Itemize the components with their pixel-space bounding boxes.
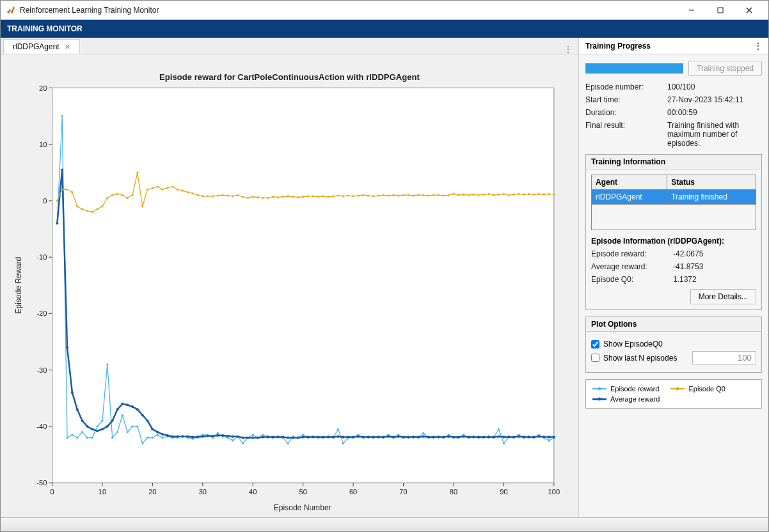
svg-text:90: 90: [500, 488, 507, 496]
progress-row: Training stopped: [585, 61, 762, 76]
svg-point-225: [452, 436, 455, 439]
plot-options-title: Plot Options: [586, 317, 761, 332]
svg-text:Episode Reward: Episode Reward: [14, 257, 23, 314]
svg-text:50: 50: [299, 488, 307, 496]
training-stopped-button[interactable]: Training stopped: [688, 61, 762, 76]
tab-close-icon[interactable]: ✕: [65, 43, 70, 51]
minimize-button[interactable]: [677, 1, 706, 20]
show-last-n-row[interactable]: Show last N episodes: [591, 351, 756, 364]
svg-point-290: [277, 196, 279, 198]
svg-point-286: [257, 196, 258, 198]
tab-agent[interactable]: rlDDPGAgent ✕: [3, 39, 80, 54]
window-titlebar: Reinforcement Learning Training Monitor: [1, 1, 768, 20]
svg-text:10: 10: [39, 141, 47, 148]
svg-point-291: [282, 196, 284, 198]
table-header-status[interactable]: Status: [667, 175, 756, 190]
svg-point-175: [202, 435, 204, 438]
show-q0-row[interactable]: Show EpisodeQ0: [591, 340, 756, 348]
svg-point-284: [247, 197, 249, 199]
svg-point-171: [181, 435, 184, 438]
tab-label: rlDDPGAgent: [13, 42, 59, 51]
svg-point-238: [518, 435, 520, 438]
svg-point-67: [161, 437, 163, 439]
show-last-n-checkbox[interactable]: [591, 354, 599, 362]
close-button[interactable]: [734, 1, 763, 20]
svg-point-165: [151, 428, 154, 430]
tab-menu-icon[interactable]: ⋮: [558, 45, 578, 54]
svg-point-230: [477, 436, 480, 439]
svg-point-274: [196, 194, 198, 196]
svg-point-331: [482, 194, 484, 196]
average-reward-label: Average reward:: [591, 262, 668, 271]
svg-point-328: [468, 194, 470, 196]
svg-point-208: [367, 436, 370, 439]
svg-point-63: [141, 442, 143, 444]
more-details-button[interactable]: More Details...: [690, 289, 756, 304]
svg-point-177: [211, 435, 214, 437]
svg-point-163: [141, 414, 144, 416]
svg-point-62: [136, 425, 138, 427]
svg-point-55: [101, 419, 103, 421]
svg-point-60: [127, 431, 129, 433]
svg-point-336: [508, 194, 510, 196]
svg-point-249: [71, 191, 73, 193]
start-time-label: Start time:: [585, 95, 662, 104]
svg-point-228: [467, 436, 470, 439]
svg-point-269: [171, 185, 173, 187]
svg-point-273: [192, 192, 194, 194]
ribbon-tab-label[interactable]: TRAINING MONITOR: [7, 24, 83, 33]
svg-point-296: [307, 195, 309, 197]
svg-point-219: [422, 435, 425, 438]
show-q0-checkbox[interactable]: [591, 340, 599, 348]
svg-point-338: [518, 193, 519, 195]
left-pane: rlDDPGAgent ✕ ⋮ Episode reward for CartP…: [1, 38, 579, 517]
last-n-input[interactable]: [692, 351, 756, 364]
svg-point-288: [267, 197, 269, 199]
svg-point-263: [141, 205, 143, 207]
svg-point-185: [251, 436, 254, 439]
svg-point-53: [91, 437, 93, 439]
right-pane-menu-icon[interactable]: ⋮: [754, 42, 762, 51]
svg-point-189: [272, 436, 274, 439]
svg-point-325: [452, 193, 454, 195]
svg-point-261: [131, 194, 133, 196]
svg-point-326: [457, 194, 459, 196]
svg-text:0: 0: [43, 197, 47, 205]
table-row-empty: [592, 205, 756, 230]
svg-point-155: [101, 428, 104, 430]
svg-point-318: [417, 194, 419, 196]
legend-swatch-icon: [670, 388, 685, 389]
svg-point-152: [86, 425, 88, 428]
matlab-logo-icon: [6, 5, 16, 15]
svg-point-229: [472, 436, 475, 439]
svg-point-345: [553, 193, 555, 195]
svg-point-239: [523, 436, 525, 439]
table-row[interactable]: rlDDPGAgent Training finished: [592, 190, 756, 205]
legend-swatch-icon: [592, 398, 606, 400]
duration-value: 00:00:59: [667, 108, 762, 117]
svg-point-298: [317, 196, 319, 198]
svg-point-251: [81, 208, 83, 210]
svg-point-153: [91, 428, 93, 430]
svg-point-293: [292, 196, 294, 198]
svg-point-78: [217, 432, 219, 434]
svg-point-270: [177, 189, 178, 191]
svg-text:80: 80: [450, 488, 457, 496]
svg-point-255: [101, 205, 103, 207]
svg-point-317: [413, 194, 415, 196]
final-result-label: Final result:: [585, 121, 662, 148]
svg-point-158: [116, 408, 118, 411]
table-header-agent[interactable]: Agent: [592, 175, 667, 190]
svg-point-179: [221, 434, 224, 437]
svg-point-87: [262, 434, 264, 435]
svg-point-231: [482, 436, 485, 439]
svg-point-203: [342, 436, 344, 439]
svg-point-196: [306, 436, 309, 439]
maximize-button[interactable]: [706, 1, 734, 20]
svg-point-174: [196, 436, 199, 439]
legend-panel: Episode reward Episode Q0 Average reward: [585, 379, 762, 409]
svg-point-194: [297, 436, 299, 439]
svg-point-307: [362, 194, 364, 196]
svg-text:100: 100: [548, 488, 560, 496]
svg-point-304: [347, 194, 349, 196]
